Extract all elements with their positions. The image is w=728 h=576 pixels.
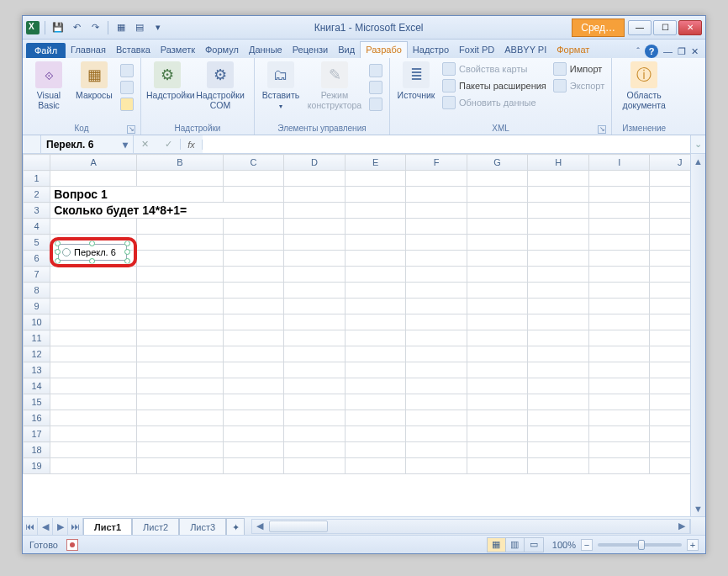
scroll-thumb[interactable] [269,521,328,532]
page-break-view-button[interactable]: ▭ [525,538,543,552]
resize-handle[interactable] [89,240,95,246]
resize-handle[interactable] [124,258,130,264]
qat-extra-1[interactable]: ▦ [113,20,129,35]
row-header[interactable]: 16 [24,410,50,426]
zoom-slider[interactable] [598,543,682,547]
col-header[interactable]: A [50,155,137,171]
properties-button[interactable] [367,63,384,78]
col-header[interactable]: E [345,155,406,171]
view-code-button[interactable] [367,80,384,95]
row-header[interactable]: 6 [24,251,50,267]
col-header[interactable]: I [588,155,650,171]
sheet-tab[interactable]: Лист3 [179,518,226,536]
ribbon-minimize-icon[interactable]: ˆ [636,46,640,56]
tab-developer[interactable]: Разрабо [360,41,408,58]
confirm-icon[interactable]: ✓ [165,139,172,150]
sheet-tab[interactable]: Лист1 [83,518,132,536]
cell-a2[interactable]: Вопрос 1 [50,187,224,203]
doc-restore-icon[interactable]: ❐ [678,46,686,57]
expand-formula-bar[interactable]: ⌄ [690,135,705,153]
close-button[interactable]: ✕ [678,20,702,35]
tab-view[interactable]: Вид [333,42,360,58]
save-button[interactable]: 💾 [50,20,66,35]
row-header[interactable]: 10 [24,314,50,330]
resize-handle[interactable] [55,249,61,255]
row-header[interactable]: 15 [24,394,50,410]
xml-source-button[interactable]: ≣ Источник [395,60,437,100]
expansion-packs-button[interactable]: Пакеты расширения [440,78,548,93]
qat-extra-2[interactable]: ▤ [132,20,147,35]
help-icon[interactable]: ? [645,45,658,58]
col-header[interactable]: B [136,155,223,171]
resize-handle[interactable] [124,249,130,255]
minimize-button[interactable]: — [628,20,652,35]
fx-label[interactable]: fx [181,140,203,150]
doc-minimize-icon[interactable]: — [663,46,673,56]
zoom-level[interactable]: 100% [552,540,576,550]
col-header[interactable]: H [528,155,589,171]
zoom-in-button[interactable]: + [687,539,699,551]
tab-file[interactable]: Файл [26,43,66,58]
export-button[interactable]: Экспорт [551,78,606,93]
com-addins-button[interactable]: ⚙ Надстройки COM [192,60,249,110]
row-header[interactable]: 3 [24,203,50,219]
relative-refs-button[interactable] [119,80,135,95]
normal-view-button[interactable]: ▦ [488,538,506,552]
worksheet-grid[interactable]: A B C D E F G H I J 1 2Вопрос 1 3Сколько… [23,154,690,516]
resize-handle[interactable] [124,240,130,246]
cancel-icon[interactable]: ✕ [141,139,149,150]
tab-data[interactable]: Данные [244,42,288,58]
tab-insert[interactable]: Вставка [111,42,156,58]
resize-handle[interactable] [89,258,95,264]
undo-button[interactable]: ↶ [69,20,84,35]
insert-sheet-button[interactable]: ✦ [226,518,245,536]
sheet-nav-next[interactable]: ▶ [53,518,68,535]
row-header[interactable]: 14 [24,378,50,394]
resize-handle[interactable] [55,240,61,246]
row-header[interactable]: 7 [24,267,50,283]
tab-addins[interactable]: Надстро [408,42,454,58]
maximize-button[interactable]: ☐ [653,20,677,35]
scroll-left-icon[interactable]: ◀ [252,521,267,531]
dialog-launcher-icon[interactable]: ↘ [598,125,606,134]
scroll-down-icon[interactable]: ▼ [691,501,705,516]
select-all-corner[interactable] [24,155,50,171]
import-button[interactable]: Импорт [551,61,606,77]
name-box[interactable]: Перекл. 6▾ [41,135,134,153]
sheet-tab[interactable]: Лист2 [132,518,179,536]
row-header[interactable]: 13 [24,362,50,378]
redo-button[interactable]: ↷ [87,20,103,35]
qat-customize[interactable]: ▾ [150,20,166,35]
horizontal-scrollbar[interactable]: ◀ ▶ [251,519,690,534]
design-mode-button[interactable]: ✎ Режим конструктора [305,60,364,110]
cell-a3[interactable]: Сколько будет 14*8+1= [50,203,284,219]
document-panel-button[interactable]: ⓘ Область документа [617,60,671,110]
scroll-up-icon[interactable]: ▲ [691,154,705,169]
row-header[interactable]: 9 [24,299,50,314]
row-header[interactable]: 2 [24,187,50,203]
col-header[interactable]: C [223,155,284,171]
addins-button[interactable]: ⚙ Надстройки [146,60,188,100]
tab-formulas[interactable]: Формул [200,42,244,58]
tab-home[interactable]: Главная [66,42,111,58]
macro-security-button[interactable] [119,97,135,112]
macro-record-icon[interactable] [66,539,78,551]
visual-basic-button[interactable]: ⟐ Visual Basic [28,60,70,110]
tab-format[interactable]: Формат [551,42,594,58]
vertical-scrollbar[interactable]: ▲ ▼ [690,154,705,516]
sheet-nav-prev[interactable]: ◀ [38,518,53,535]
col-header[interactable]: F [406,155,467,171]
row-header[interactable]: 5 [24,235,50,251]
resize-handle[interactable] [55,258,61,264]
formula-input[interactable] [203,135,690,153]
row-header[interactable]: 19 [24,458,50,474]
scroll-right-icon[interactable]: ▶ [674,521,689,531]
sheet-nav-last[interactable]: ⏭ [68,518,83,535]
row-header[interactable]: 4 [24,219,50,235]
tab-layout[interactable]: Разметк [156,42,200,58]
row-header[interactable]: 12 [24,346,50,362]
sheet-nav-first[interactable]: ⏮ [23,518,38,535]
dialog-launcher-icon[interactable]: ↘ [127,125,135,134]
tab-foxit[interactable]: Foxit PD [454,42,499,58]
row-header[interactable]: 17 [24,426,50,442]
